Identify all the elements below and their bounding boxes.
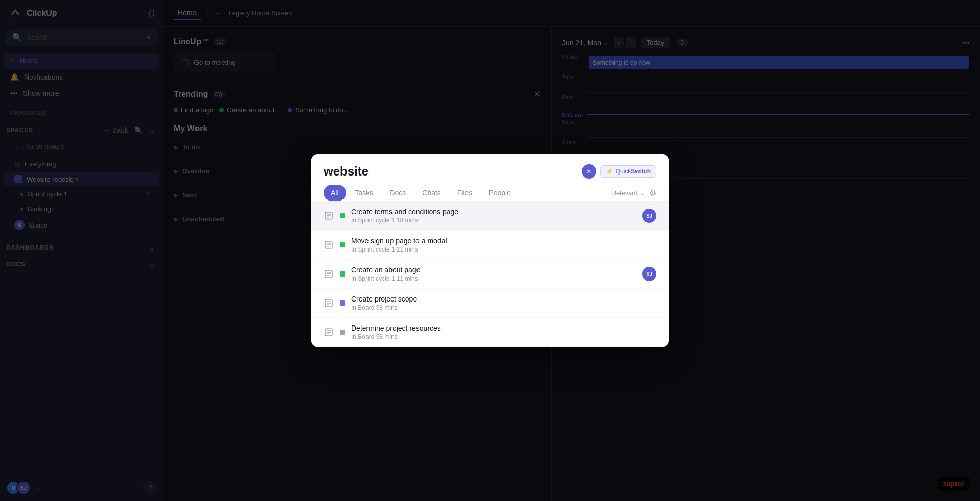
modal-tab-files[interactable]: Files (450, 185, 480, 201)
modal-tab-chats[interactable]: Chats (415, 185, 448, 201)
result-content-resources: Determine project resources In Board 58 … (351, 324, 656, 340)
result-subtitle-resources: In Board 58 mins (351, 333, 656, 340)
result-task-icon-terms (324, 211, 334, 221)
modal-tabs: All Tasks Docs Chats Files People Releva… (311, 185, 669, 202)
search-modal: website × ⚡ QuickSwitch All Tasks Docs (311, 154, 669, 347)
modal-tab-all[interactable]: All (324, 185, 346, 201)
result-subtitle-scope: In Board 58 mins (351, 304, 656, 311)
result-task-icon-about (324, 269, 334, 279)
quickswitch-button[interactable]: ⚡ QuickSwitch (600, 165, 656, 178)
result-subtitle-about: In Sprint cycle 1 11 mins (351, 275, 636, 282)
modal-title: website (324, 164, 369, 179)
result-title-resources: Determine project resources (351, 324, 656, 332)
result-task-icon-signup (324, 240, 334, 250)
result-item-terms[interactable]: Create terms and conditions page In Spri… (311, 202, 669, 231)
modal-header: website × ⚡ QuickSwitch (311, 154, 669, 185)
result-avatar-about: SJ (642, 267, 656, 281)
result-subtitle-terms: In Sprint cycle 1 18 mins (351, 217, 636, 224)
modal-tab-people[interactable]: People (481, 185, 518, 201)
result-title-terms: Create terms and conditions page (351, 208, 636, 216)
result-item-scope[interactable]: Create project scope In Board 58 mins (311, 289, 669, 318)
result-item-about[interactable]: Create an about page In Sprint cycle 1 1… (311, 260, 669, 289)
lightning-icon: ⚡ (606, 168, 614, 175)
result-content-about: Create an about page In Sprint cycle 1 1… (351, 266, 636, 282)
modal-filter-area: Relevant ⌄ ⚙ (611, 188, 656, 198)
result-title-signup: Move sign up page to a modal (351, 237, 656, 245)
result-title-about: Create an about page (351, 266, 636, 274)
modal-tab-docs[interactable]: Docs (382, 185, 413, 201)
result-avatar-terms: SJ (642, 209, 656, 223)
modal-close-button[interactable]: × (582, 164, 596, 179)
status-dot-signup (340, 242, 345, 247)
status-dot-scope (340, 300, 345, 306)
status-dot-terms (340, 213, 345, 218)
relevant-filter-button[interactable]: Relevant ⌄ (611, 189, 645, 197)
result-task-icon-scope (324, 298, 334, 308)
result-item-resources[interactable]: Determine project resources In Board 58 … (311, 318, 669, 347)
result-content-scope: Create project scope In Board 58 mins (351, 295, 656, 311)
result-subtitle-signup: In Sprint cycle 1 21 mins (351, 246, 656, 253)
status-dot-about (340, 271, 345, 277)
modal-header-actions: × ⚡ QuickSwitch (582, 164, 656, 179)
result-task-icon-resources (324, 327, 334, 337)
result-item-signup[interactable]: Move sign up page to a modal In Sprint c… (311, 231, 669, 260)
result-title-scope: Create project scope (351, 295, 656, 303)
result-content-terms: Create terms and conditions page In Spri… (351, 208, 636, 224)
result-content-signup: Move sign up page to a modal In Sprint c… (351, 237, 656, 253)
quickswitch-label: QuickSwitch (616, 168, 651, 175)
modal-overlay[interactable]: website × ⚡ QuickSwitch All Tasks Docs (0, 0, 980, 501)
filter-settings-icon[interactable]: ⚙ (649, 188, 656, 198)
modal-results-list: Create terms and conditions page In Spri… (311, 202, 669, 347)
status-dot-resources (340, 330, 345, 335)
chevron-down-icon: ⌄ (640, 189, 645, 197)
modal-tab-tasks[interactable]: Tasks (348, 185, 381, 201)
